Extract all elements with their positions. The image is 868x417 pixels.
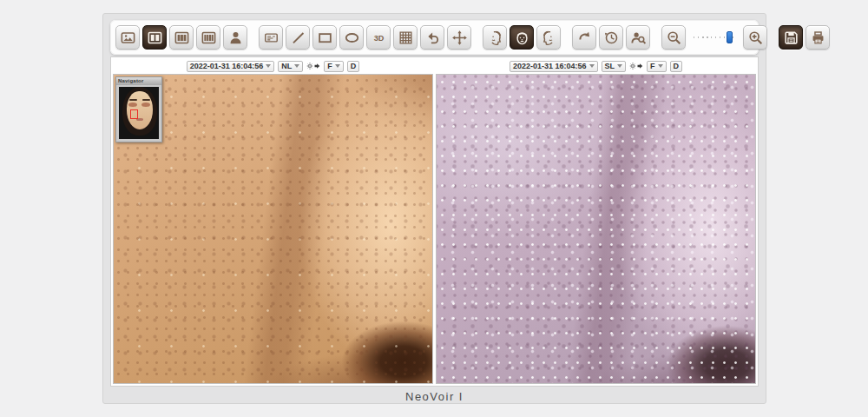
toolbar-group bbox=[572, 25, 650, 50]
sun-arrow-icon bbox=[629, 62, 643, 70]
flip-value-right: F bbox=[650, 62, 655, 70]
pane2-icon bbox=[147, 30, 163, 46]
label-icon bbox=[263, 30, 279, 46]
datetime-value-right: 2022-01-31 16:04:56 bbox=[513, 62, 587, 70]
zoom-in-button[interactable] bbox=[743, 25, 767, 50]
zoom-slider-handle[interactable] bbox=[727, 31, 733, 43]
thumbnail-eye bbox=[141, 103, 150, 107]
skin-image-polarized-light[interactable] bbox=[436, 74, 756, 384]
panel-right-header: 2022-01-31 16:04:56 SL bbox=[436, 59, 756, 74]
face-front-button[interactable] bbox=[510, 25, 534, 50]
face-right-button[interactable] bbox=[536, 25, 561, 50]
datetime-select-left[interactable]: 2022-01-31 16:04:56 bbox=[187, 61, 275, 72]
rect-tool-button[interactable] bbox=[312, 25, 337, 50]
pane3-icon bbox=[174, 30, 190, 46]
apply-lighting-button[interactable] bbox=[629, 62, 643, 70]
printer-icon bbox=[810, 30, 826, 46]
flip-select-left[interactable]: F bbox=[324, 61, 344, 72]
apply-lighting-button[interactable] bbox=[306, 62, 320, 70]
detail-button-right[interactable]: D bbox=[670, 61, 683, 72]
chevron-down-icon bbox=[266, 64, 271, 68]
panel-left-header: 2022-01-31 16:04:56 NL bbox=[113, 59, 433, 74]
flip-value-left: F bbox=[327, 62, 332, 70]
svg-text:3D: 3D bbox=[373, 34, 384, 43]
redo-arrow-icon bbox=[576, 30, 593, 46]
clock-icon bbox=[603, 30, 620, 46]
history-button[interactable] bbox=[599, 25, 623, 50]
view-3d-button[interactable]: 3D bbox=[366, 25, 391, 50]
pan-arrows-icon bbox=[451, 30, 468, 46]
navigator[interactable]: Navigator bbox=[115, 76, 162, 142]
datetime-value-left: 2022-01-31 16:04:56 bbox=[190, 62, 264, 70]
toolbar-group bbox=[115, 25, 247, 50]
ellipse-icon bbox=[344, 30, 360, 46]
save-button[interactable] bbox=[779, 25, 803, 50]
person-search-icon bbox=[630, 30, 647, 46]
ellipse-tool-button[interactable] bbox=[339, 25, 364, 50]
undo-arrow-icon bbox=[424, 30, 441, 46]
mode-value-left: NL bbox=[281, 62, 292, 70]
pane4-icon bbox=[201, 30, 217, 46]
app-window: 3D 2022-01-31 16:04:56 NL bbox=[102, 13, 766, 404]
three-pane-view-button[interactable] bbox=[169, 25, 194, 50]
flip-select-right[interactable]: F bbox=[647, 61, 667, 72]
annotation-label-button[interactable] bbox=[259, 25, 283, 50]
pan-tool-button[interactable] bbox=[447, 25, 471, 50]
undo-button[interactable] bbox=[420, 25, 444, 50]
skin-image-normal-light[interactable]: Navigator bbox=[113, 74, 433, 384]
panel-left: 2022-01-31 16:04:56 NL bbox=[113, 59, 433, 384]
thumbnail-eye bbox=[128, 103, 137, 107]
zoom-slider[interactable] bbox=[692, 26, 737, 49]
mode-select-left[interactable]: NL bbox=[278, 61, 303, 72]
footer: NeoVoir I bbox=[103, 387, 766, 406]
zoom-out-button[interactable] bbox=[661, 25, 686, 50]
thumbnail-brow bbox=[129, 99, 137, 101]
floppy-icon bbox=[783, 30, 799, 46]
mode-value-right: SL bbox=[605, 62, 615, 70]
navigator-roi-rectangle[interactable] bbox=[130, 109, 138, 119]
toolbar-group: 3D bbox=[259, 25, 471, 50]
chevron-down-icon bbox=[294, 64, 299, 68]
face-front-icon bbox=[514, 30, 530, 46]
single-view-button[interactable] bbox=[115, 25, 140, 50]
chevron-down-icon bbox=[617, 64, 622, 68]
patient-search-button[interactable] bbox=[626, 25, 650, 50]
brand-name: NeoVoir I bbox=[405, 390, 464, 403]
datetime-select-right[interactable]: 2022-01-31 16:04:56 bbox=[510, 61, 598, 72]
line-tool-button[interactable] bbox=[286, 25, 310, 50]
chevron-down-icon bbox=[589, 64, 595, 68]
toolbar-group bbox=[661, 25, 767, 50]
zoom-in-icon bbox=[747, 30, 764, 46]
3d-icon: 3D bbox=[371, 30, 387, 46]
toolbar-group bbox=[779, 25, 830, 50]
mode-select-right[interactable]: SL bbox=[602, 61, 627, 72]
thumbnail-brow bbox=[142, 99, 150, 101]
two-pane-view-button[interactable] bbox=[142, 25, 167, 50]
grid-overlay-button[interactable] bbox=[393, 25, 418, 50]
print-button[interactable] bbox=[806, 25, 830, 50]
navigator-face-thumbnail bbox=[119, 87, 159, 139]
navigator-title: Navigator bbox=[116, 77, 161, 85]
toolbar-group bbox=[483, 25, 561, 50]
panel-right: 2022-01-31 16:04:56 SL bbox=[436, 59, 756, 384]
rect-icon bbox=[317, 30, 333, 46]
face-left-button[interactable] bbox=[483, 25, 507, 50]
zoom-out-icon bbox=[666, 30, 682, 46]
rotate-button[interactable] bbox=[572, 25, 596, 50]
four-pane-view-button[interactable] bbox=[196, 25, 220, 50]
face-left-icon bbox=[487, 30, 503, 46]
chevron-down-icon bbox=[658, 64, 663, 68]
patient-button[interactable] bbox=[223, 25, 247, 50]
image-view-icon bbox=[120, 30, 136, 46]
line-icon bbox=[290, 30, 306, 46]
toolbar: 3D bbox=[110, 20, 759, 55]
grid-icon bbox=[398, 30, 414, 46]
comparison-panels: 2022-01-31 16:04:56 NL bbox=[110, 56, 759, 387]
detail-button-left[interactable]: D bbox=[347, 61, 360, 72]
sun-arrow-icon bbox=[306, 62, 320, 70]
person-icon bbox=[227, 30, 244, 46]
chevron-down-icon bbox=[335, 64, 340, 68]
face-right-icon bbox=[541, 30, 557, 46]
